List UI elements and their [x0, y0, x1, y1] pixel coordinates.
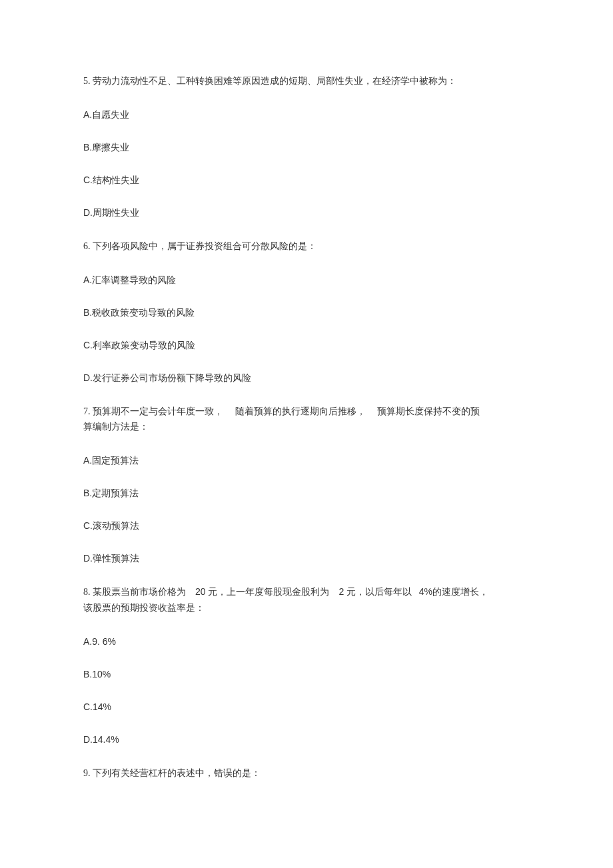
option-5-a: A.自愿失业	[83, 108, 536, 122]
option-5-c-text: 结构性失业	[93, 175, 139, 185]
option-8-c: C.14%	[83, 700, 536, 714]
question-6: 6. 下列各项风险中，属于证券投资组合可分散风险的是：	[83, 238, 536, 254]
option-7-c-text: 滚动预算法	[93, 521, 139, 531]
option-5-d: D.周期性失业	[83, 206, 536, 220]
question-8: 8. 某股票当前市场价格为 20 元，上一年度每股现金股利为 2 元，以后每年以…	[83, 584, 536, 616]
option-6-a-text: 汇率调整导致的风险	[92, 275, 176, 285]
option-6-a: A.汇率调整导致的风险	[83, 273, 536, 287]
option-8-a: A.9. 6%	[83, 635, 536, 649]
option-7-c: C.滚动预算法	[83, 519, 536, 533]
question-8-part5: 该股票的预期投资收益率是：	[83, 603, 205, 613]
option-6-c: C.利率政策变动导致的风险	[83, 338, 536, 352]
option-6-d-text: 发行证券公司市场份额下降导致的风险	[93, 373, 251, 383]
question-7-part2: 随着预算的执行逐期向后推移，	[235, 406, 366, 416]
question-8-part1: 8. 某股票当前市场价格为	[83, 587, 186, 597]
option-5-c: C.结构性失业	[83, 173, 536, 187]
question-7-part1: 7. 预算期不一定与会计年度一致，	[83, 406, 223, 416]
question-9: 9. 下列有关经营杠杆的表述中，错误的是：	[83, 765, 536, 781]
question-5: 5. 劳动力流动性不足、工种转换困难等原因造成的短期、局部性失业，在经济学中被称…	[83, 73, 536, 89]
option-7-b: B.定期预算法	[83, 486, 536, 500]
option-6-d: D.发行证券公司市场份额下降导致的风险	[83, 371, 536, 385]
question-7-part3: 预算期长度保持不变的预	[377, 406, 480, 416]
option-7-d-text: 弹性预算法	[93, 554, 139, 564]
option-7-d: D.弹性预算法	[83, 552, 536, 566]
question-9-text: 9. 下列有关经营杠杆的表述中，错误的是：	[83, 768, 261, 778]
question-6-text: 6. 下列各项风险中，属于证券投资组合可分散风险的是：	[83, 241, 316, 251]
option-5-b: B.摩擦失业	[83, 141, 536, 155]
question-7-part4: 算编制方法是：	[83, 422, 149, 432]
option-8-d: D.14.4%	[83, 733, 536, 747]
option-5-d-text: 周期性失业	[93, 208, 139, 218]
option-5-b-text: 摩擦失业	[92, 143, 129, 153]
option-6-b: B.税收政策变动导致的风险	[83, 306, 536, 320]
option-7-a-text: 固定预算法	[92, 456, 139, 466]
option-6-b-text: 税收政策变动导致的风险	[92, 308, 195, 318]
option-7-b-text: 定期预算法	[92, 488, 139, 498]
option-6-c-text: 利率政策变动导致的风险	[93, 340, 195, 350]
option-7-a: A.固定预算法	[83, 454, 536, 468]
question-7: 7. 预算期不一定与会计年度一致， 随着预算的执行逐期向后推移， 预算期长度保持…	[83, 404, 536, 436]
option-8-b: B.10%	[83, 667, 536, 681]
question-5-text: 5. 劳动力流动性不足、工种转换困难等原因造成的短期、局部性失业，在经济学中被称…	[83, 76, 456, 86]
option-5-a-text: 自愿失业	[92, 110, 129, 120]
